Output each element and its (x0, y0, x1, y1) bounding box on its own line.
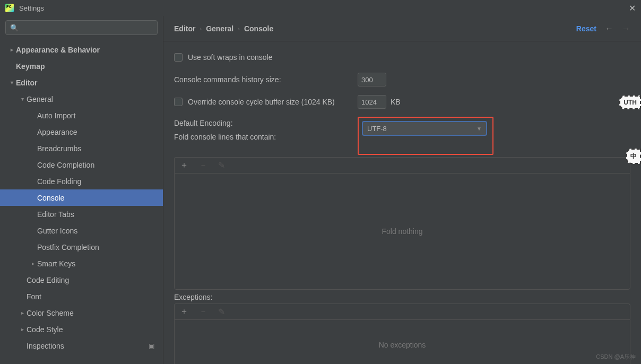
tree-item-editor[interactable]: Editor (0, 74, 163, 91)
tree-item-keymap[interactable]: Keymap (0, 58, 163, 74)
fold-list-toolbar: ＋ － ✎ (174, 157, 630, 173)
tree-item-console[interactable]: Console (0, 189, 163, 206)
search-input[interactable] (21, 24, 153, 32)
remove-icon: － (199, 306, 207, 317)
edit-icon: ✎ (218, 307, 225, 317)
encoding-value: UTF-8 (367, 125, 477, 133)
tree-item-code-folding[interactable]: Code Folding (0, 173, 163, 189)
tree-item-label: Smart Keys (37, 259, 75, 268)
remove-icon: － (199, 160, 207, 171)
breadcrumb-item[interactable]: Console (244, 24, 273, 33)
history-size-input[interactable] (358, 73, 386, 86)
chevron-icon (18, 326, 27, 332)
content-header: Editor›General›Console Reset ← → (163, 16, 641, 41)
close-icon[interactable]: ✕ (629, 3, 636, 13)
tree-item-label: Editor (16, 79, 37, 87)
tree-item-label: Code Editing (27, 276, 69, 284)
search-icon: 🔍 (10, 24, 19, 32)
settings-tree: Appearance & BehaviorKeymapEditorGeneral… (0, 39, 163, 364)
breadcrumb-separator: › (200, 25, 202, 32)
tree-item-label: Code Folding (37, 177, 81, 186)
tree-item-label: Breadcrumbs (37, 144, 81, 153)
breadcrumb-separator: › (238, 25, 240, 32)
tree-item-label: Appearance (37, 128, 77, 136)
tree-item-smart-keys[interactable]: Smart Keys (0, 255, 163, 272)
chevron-icon (7, 80, 16, 85)
window-title: Settings (19, 4, 44, 12)
tree-item-postfix-completion[interactable]: Postfix Completion (0, 239, 163, 255)
content-pane: Editor›General›Console Reset ← → Use sof… (163, 16, 641, 364)
project-marker-icon: ▣ (149, 342, 154, 350)
override-buffer-input[interactable] (358, 95, 386, 109)
tree-item-label: Auto Import (37, 111, 75, 120)
tree-item-breadcrumbs[interactable]: Breadcrumbs (0, 140, 163, 157)
breadcrumb-item[interactable]: Editor (174, 24, 195, 33)
breadcrumb: Editor›General›Console (174, 24, 273, 33)
tree-item-label: Postfix Completion (37, 243, 99, 252)
tree-item-code-style[interactable]: Code Style (0, 321, 163, 337)
exceptions-list-placeholder: No exceptions (379, 341, 426, 349)
tree-item-code-editing[interactable]: Code Editing (0, 272, 163, 288)
tree-item-label: Code Style (27, 325, 63, 334)
encoding-dropdown[interactable]: UTF-8 ▼ (362, 121, 487, 136)
fold-label: Fold console lines that contain: (174, 133, 358, 141)
reset-link[interactable]: Reset (576, 24, 596, 33)
tree-item-label: Gutter Icons (37, 227, 77, 235)
override-buffer-label: Override console cycle buffer size (1024… (188, 98, 358, 106)
tree-item-label: Keymap (16, 62, 45, 71)
chevron-icon (7, 47, 16, 53)
chevron-icon (18, 310, 27, 316)
tree-item-label: Console (37, 194, 64, 202)
tree-item-inspections[interactable]: Inspections▣ (0, 337, 163, 354)
tree-item-color-scheme[interactable]: Color Scheme (0, 305, 163, 321)
forward-icon: → (622, 24, 630, 33)
tree-item-auto-import[interactable]: Auto Import (0, 107, 163, 124)
tree-item-label: Code Completion (37, 161, 94, 169)
add-icon[interactable]: ＋ (180, 160, 188, 171)
tree-item-label: Font (27, 292, 41, 301)
tree-item-appearance[interactable]: Appearance (0, 124, 163, 140)
tree-item-code-completion[interactable]: Code Completion (0, 157, 163, 173)
tree-item-appearance-behavior[interactable]: Appearance & Behavior (0, 41, 163, 58)
tree-item-editor-tabs[interactable]: Editor Tabs (0, 206, 163, 222)
back-icon[interactable]: ← (605, 24, 613, 33)
titlebar: Settings ✕ (0, 0, 641, 16)
side-badge-2: 中 (626, 149, 641, 164)
edit-icon: ✎ (218, 160, 225, 170)
tree-item-font[interactable]: Font (0, 288, 163, 305)
sidebar: 🔍 Appearance & BehaviorKeymapEditorGener… (0, 16, 163, 364)
exceptions-label: Exceptions: (174, 293, 630, 301)
soft-wraps-label: Use soft wraps in console (188, 53, 273, 62)
fold-list-area[interactable]: Fold nothing (174, 173, 630, 290)
app-icon (5, 4, 14, 12)
chevron-down-icon: ▼ (477, 126, 482, 132)
override-buffer-checkbox[interactable] (174, 98, 183, 106)
tree-item-label: Editor Tabs (37, 210, 74, 219)
tree-item-label: Color Scheme (27, 309, 74, 317)
encoding-label: Default Encoding: (174, 119, 358, 127)
history-size-label: Console commands history size: (174, 75, 358, 84)
watermark: CSDN @A乐神 (596, 353, 636, 361)
search-input-wrapper[interactable]: 🔍 (5, 20, 158, 35)
chevron-icon (29, 261, 37, 266)
override-buffer-unit: KB (391, 98, 401, 106)
chevron-icon (18, 96, 27, 102)
exceptions-list-area[interactable]: No exceptions (174, 319, 630, 364)
fold-list-placeholder: Fold nothing (382, 227, 422, 236)
tree-item-label: General (27, 95, 53, 103)
tree-item-label: Inspections (27, 342, 64, 350)
encoding-highlight: UTF-8 ▼ (358, 117, 493, 155)
side-badge-1: UTH (619, 96, 641, 109)
tree-item-general[interactable]: General (0, 91, 163, 107)
tree-item-label: Appearance & Behavior (16, 46, 100, 54)
breadcrumb-item[interactable]: General (206, 24, 233, 33)
soft-wraps-checkbox[interactable] (174, 53, 183, 62)
add-icon[interactable]: ＋ (180, 306, 188, 317)
exceptions-list-toolbar: ＋ － ✎ (174, 304, 630, 319)
tree-item-gutter-icons[interactable]: Gutter Icons (0, 222, 163, 239)
